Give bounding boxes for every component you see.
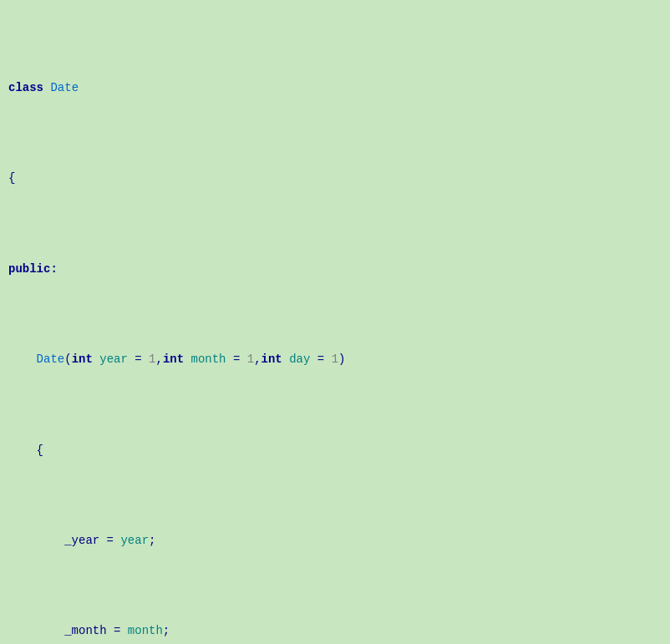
code-line: {	[8, 442, 662, 460]
code-text: {	[8, 170, 15, 188]
code-line: _year = year;	[8, 532, 662, 550]
code-block: class Date { public: Date(int year = 1,i…	[8, 7, 662, 644]
code-text: Date(int year = 1,int month = 1,int day …	[8, 351, 345, 369]
code-text: public:	[8, 261, 58, 279]
code-text: class Date	[8, 79, 79, 98]
code-line: public:	[8, 261, 662, 279]
code-line: Date(int year = 1,int month = 1,int day …	[8, 351, 662, 369]
code-line: {	[8, 170, 662, 188]
code-line: class Date	[8, 79, 662, 98]
code-line: _month = month;	[8, 622, 662, 641]
code-text: {	[8, 442, 43, 460]
code-text: _year = year;	[8, 532, 155, 550]
code-text: _month = month;	[8, 622, 170, 641]
